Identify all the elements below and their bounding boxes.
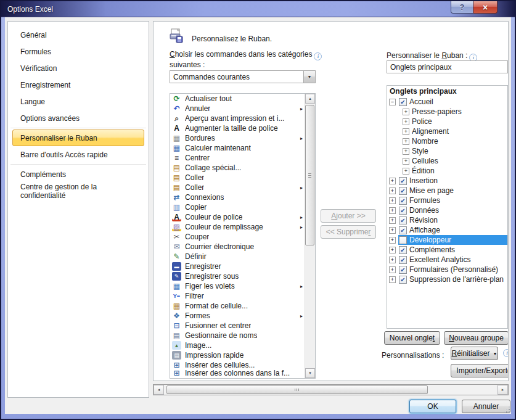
import-export-button[interactable]: Importer/Exporter (451, 364, 509, 377)
command-item[interactable]: ↶Annuler (170, 104, 305, 113)
command-item[interactable]: ▤Coller (170, 183, 305, 192)
tree-row-content[interactable]: Excellent Analytics (398, 255, 507, 265)
expand-icon[interactable] (389, 257, 396, 263)
reset-button[interactable]: Réinitialiser (451, 347, 498, 360)
sidebar-item[interactable]: Compléments (12, 166, 144, 183)
info-icon[interactable] (314, 52, 322, 60)
command-item[interactable]: ▬Enregistrer (170, 261, 305, 271)
checkbox[interactable] (399, 246, 407, 254)
tree-subitem[interactable]: Presse-papiers (387, 107, 507, 117)
commands-category-select[interactable]: Commandes courantes (170, 70, 316, 83)
expand-icon[interactable] (389, 197, 396, 204)
command-item[interactable]: ▤Impression rapide (170, 350, 305, 360)
command-item[interactable]: ⟳Actualiser tout (170, 94, 305, 104)
tree-row-content[interactable]: Compléments (398, 245, 507, 255)
remove-button[interactable]: << Supprimer (321, 225, 376, 239)
sidebar-item[interactable]: Personnaliser le Ruban (12, 130, 144, 146)
checkbox[interactable] (399, 216, 407, 224)
tree-row-content[interactable]: Édition (412, 166, 507, 176)
sidebar-item[interactable]: Vérification (12, 60, 144, 76)
tree-row-content[interactable]: Formules (398, 196, 507, 205)
close-button[interactable]: × (473, 1, 498, 14)
tree-row-content[interactable]: Suppression de l'arrière-plan (398, 274, 507, 284)
tree-item[interactable]: Révision (387, 215, 507, 225)
command-item[interactable]: ❖Formes (170, 311, 305, 321)
ok-button[interactable]: OK (409, 400, 456, 413)
expand-icon[interactable] (403, 138, 409, 145)
chevron-down-icon[interactable] (303, 71, 315, 83)
command-item[interactable]: ✂Couper (170, 232, 305, 242)
scrollbar-thumb[interactable] (305, 105, 314, 245)
tree-item[interactable]: Formulaires (Personnalisé) (387, 265, 507, 274)
expand-icon[interactable] (403, 158, 409, 165)
command-item[interactable]: ⊟Fusionner et centrer (170, 321, 305, 331)
sidebar-item[interactable]: Barre d'outils Accès rapide (12, 146, 144, 163)
scroll-right-icon[interactable] (498, 385, 508, 395)
expand-icon[interactable] (403, 148, 409, 155)
command-item[interactable]: ▤Collage spécial... (170, 163, 305, 173)
scroll-up-icon[interactable] (305, 94, 315, 104)
new-tab-button[interactable]: Nouvel onglet (384, 331, 440, 345)
sidebar-item[interactable]: Centre de gestion de la confidentialité (12, 183, 144, 199)
tree-row-content[interactable]: Style (412, 146, 507, 156)
expand-icon[interactable] (389, 207, 396, 214)
tree-row-content[interactable]: Affichage (398, 225, 507, 235)
scroll-left-icon[interactable] (154, 385, 164, 395)
command-item[interactable]: ▦Format de cellule... (170, 301, 305, 311)
command-item[interactable]: ⇄Connexions (170, 192, 305, 202)
tree-row-content[interactable]: Développeur (398, 235, 507, 245)
checkbox[interactable] (399, 207, 407, 215)
tree-item[interactable]: Excellent Analytics (387, 255, 507, 265)
tree-subitem[interactable]: Style (387, 146, 507, 156)
checkbox[interactable] (399, 276, 407, 284)
tree-subitem[interactable]: Cellules (387, 156, 507, 166)
tree-row-content[interactable]: Accueil (398, 97, 507, 107)
expand-icon[interactable] (403, 118, 409, 125)
horizontal-scrollbar[interactable] (153, 384, 509, 395)
expand-icon[interactable] (403, 128, 409, 135)
tree-subitem[interactable]: Police (387, 117, 507, 126)
new-group-button[interactable]: Nouveau groupe (444, 331, 509, 345)
tree-row-content[interactable]: Cellules (412, 156, 507, 166)
command-item[interactable]: AAugmenter la taille de police (170, 123, 305, 133)
command-item[interactable]: ⊞Insérer des cellules... (170, 360, 305, 370)
command-item[interactable]: ✎Définir (170, 252, 305, 261)
tree-subitem[interactable]: Nombre (387, 136, 507, 146)
command-item[interactable]: Y=Filtrer (170, 291, 305, 301)
command-item[interactable]: ▨Couleur de remplissage (170, 222, 305, 232)
tree-item[interactable]: Compléments (387, 245, 507, 255)
tree-row-content[interactable]: Presse-papiers (412, 107, 507, 117)
tree-row-content[interactable]: Police (412, 117, 507, 126)
command-item[interactable]: ⊞Insérer des colonnes dans la f... (170, 370, 305, 376)
checkbox[interactable] (399, 98, 407, 106)
tree-row-content[interactable]: Mise en page (398, 186, 507, 196)
tree-item[interactable]: Développeur (387, 235, 507, 245)
expand-icon[interactable] (389, 178, 396, 184)
tree-item[interactable]: Affichage (387, 225, 507, 235)
tree-row-content[interactable]: Révision (398, 215, 507, 225)
scroll-down-icon[interactable] (305, 368, 315, 378)
tree-subitem[interactable]: Édition (387, 166, 507, 176)
expand-icon[interactable] (403, 109, 409, 115)
commands-list-scrollbar[interactable] (305, 94, 315, 378)
expand-icon[interactable] (389, 237, 396, 244)
expand-icon[interactable] (403, 168, 409, 175)
command-item[interactable]: ▲Image... (170, 340, 305, 350)
expand-icon[interactable] (389, 247, 396, 253)
checkbox[interactable] (399, 177, 407, 185)
sidebar-item[interactable]: Formules (12, 43, 144, 60)
command-item[interactable]: ≡Centrer (170, 153, 305, 163)
command-item[interactable]: ▦Bordures (170, 133, 305, 143)
command-item[interactable]: ✉Courrier électronique (170, 242, 305, 252)
command-item[interactable]: ▥Copier (170, 202, 305, 212)
checkbox[interactable] (399, 187, 407, 195)
checkbox[interactable] (399, 197, 407, 205)
sidebar-item[interactable]: Général (12, 27, 144, 43)
title-bar[interactable]: Options Excel ? × (1, 1, 515, 17)
collapse-icon[interactable] (389, 99, 396, 105)
tree-row-content[interactable]: Formulaires (Personnalisé) (398, 265, 507, 274)
tree-item[interactable]: Insertion (387, 176, 507, 186)
expand-icon[interactable] (389, 187, 396, 194)
tree-item[interactable]: Suppression de l'arrière-plan (387, 274, 507, 284)
sidebar-item[interactable]: Langue (12, 93, 144, 110)
